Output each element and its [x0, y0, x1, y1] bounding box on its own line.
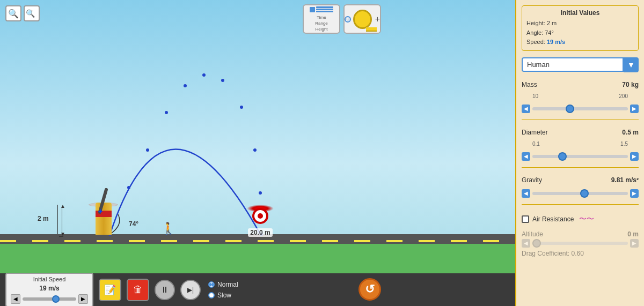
diameter-value: 0.5 m: [622, 129, 639, 136]
zoom-out-button[interactable]: 🔍 −: [5, 5, 21, 21]
svg-point-4: [184, 84, 187, 87]
diameter-slider-thumb[interactable]: [558, 152, 567, 161]
gravity-value: 9.81 m/s²: [611, 176, 639, 184]
altitude-slider-row: ◀ ▶: [522, 239, 639, 248]
tape-measure-button[interactable]: ⊕ +: [343, 4, 381, 34]
mass-slider-row: ◀ ▶: [522, 105, 639, 113]
gravity-slider-thumb[interactable]: [580, 189, 589, 198]
gravity-decrease-button[interactable]: ◀: [522, 189, 530, 198]
divider-3: [522, 204, 639, 205]
bottom-control-bar: Initial Speed 19 m/s ◀ ▶ 📝 🗑 ⏸ ▶|: [0, 273, 515, 306]
svg-point-5: [202, 73, 206, 77]
right-panel: Initial Values Height: 2 m Angle: 74° Sp…: [515, 0, 644, 306]
initial-speed-control: Initial Speed 19 m/s ◀ ▶: [5, 273, 93, 307]
speed-value: 19 m/s: [11, 285, 88, 292]
drag-coefficient-row: Drag Coefficient: 0.60: [522, 250, 639, 257]
gravity-slider-row: ◀ ▶: [522, 189, 639, 198]
slow-speed-option[interactable]: Slow: [208, 292, 238, 299]
slow-speed-label: Slow: [217, 292, 231, 299]
ground: [0, 241, 515, 273]
pause-icon: ⏸: [160, 285, 169, 295]
simulation-area: ▲ ▼ 2 m 74° + 🚶: [0, 0, 515, 273]
altitude-increase-button: ▶: [630, 239, 639, 248]
projectile-type-dropdown[interactable]: Human ▼: [522, 57, 639, 72]
svg-point-7: [240, 106, 243, 109]
person-figure: 🚶: [161, 222, 175, 236]
normal-radio-button[interactable]: [208, 281, 215, 288]
altitude-param-row: Altitude 0 m: [522, 230, 639, 238]
landing-marker: 20.0 m: [247, 205, 274, 237]
road-dashes: [0, 240, 515, 242]
step-icon: ▶|: [187, 286, 194, 294]
altitude-decrease-button: ◀: [522, 239, 530, 248]
diameter-range: 0.1 1.5: [522, 141, 639, 147]
data-table-button[interactable]: Time Range Height: [303, 4, 340, 34]
diameter-param-row: Diameter 0.5 m: [522, 129, 639, 136]
altitude-value: 0 m: [627, 230, 639, 238]
normal-speed-option[interactable]: Normal: [208, 281, 238, 288]
speed-mode-controls: Normal Slow: [208, 281, 238, 299]
divider-1: [522, 120, 639, 120]
zoom-in-button[interactable]: 🔍+: [24, 5, 40, 21]
diameter-increase-button[interactable]: ▶: [630, 152, 639, 161]
air-resistance-icon: 〜〜: [579, 214, 594, 224]
speed-label: Initial Speed: [11, 276, 88, 282]
launcher: +: [89, 203, 118, 237]
zoom-controls: 🔍 − 🔍+: [5, 5, 40, 21]
diameter-decrease-button[interactable]: ◀: [522, 152, 530, 161]
gravity-increase-button[interactable]: ▶: [630, 189, 639, 198]
refresh-button[interactable]: ↺: [358, 278, 381, 301]
altitude-slider-track: [532, 242, 628, 245]
height-label: 2 m: [38, 215, 49, 222]
svg-point-2: [146, 148, 149, 152]
mass-slider-track[interactable]: [532, 107, 628, 110]
app: ▲ ▼ 2 m 74° + 🚶: [0, 0, 644, 306]
svg-point-8: [253, 148, 257, 152]
diameter-slider-row: ◀ ▶: [522, 152, 639, 161]
speed-highlight: 19 m/s: [547, 39, 565, 45]
diameter-max: 1.5: [620, 141, 628, 147]
gravity-param-row: Gravity 9.81 m/s²: [522, 176, 639, 184]
type-dropdown-arrow[interactable]: ▼: [624, 57, 639, 72]
mass-value: 70 kg: [622, 81, 639, 88]
speed-slider-track[interactable]: [23, 297, 76, 301]
step-button[interactable]: ▶|: [180, 280, 201, 300]
svg-point-3: [165, 111, 168, 114]
air-resistance-checkbox[interactable]: [522, 215, 529, 223]
svg-point-9: [259, 191, 262, 195]
altitude-label: Altitude: [522, 230, 543, 238]
altitude-slider-thumb: [532, 239, 541, 248]
height-line: [62, 207, 62, 234]
gravity-slider-track[interactable]: [532, 192, 628, 195]
altitude-section: Altitude 0 m ◀ ▶ Drag Coefficient: 0.60: [522, 228, 639, 257]
speed-increase-button[interactable]: ▶: [78, 294, 88, 304]
pause-button[interactable]: ⏸: [155, 280, 175, 300]
height-vertical-line: [57, 205, 58, 234]
height-value-display: Height: 2 m: [526, 19, 634, 28]
speed-decrease-button[interactable]: ◀: [11, 294, 20, 304]
svg-point-1: [127, 186, 130, 189]
diameter-min: 0.1: [532, 141, 540, 147]
slow-radio-button[interactable]: [208, 292, 215, 298]
mass-decrease-button[interactable]: ◀: [522, 105, 530, 113]
angle-value-display: Angle: 74°: [526, 28, 634, 38]
speed-slider-thumb[interactable]: [52, 295, 60, 303]
initial-values-box: Initial Values Height: 2 m Angle: 74° Sp…: [522, 5, 639, 51]
refresh-icon: ↺: [365, 282, 375, 296]
speed-value-display: Speed: 19 m/s: [526, 38, 634, 47]
landing-distance-label: 20.0 m: [248, 228, 272, 237]
instrument-area: Time Range Height ⊕ +: [303, 4, 381, 34]
angle-label: 74°: [129, 220, 138, 228]
delete-button[interactable]: 🗑: [127, 279, 149, 301]
diameter-slider-track[interactable]: [532, 155, 628, 158]
type-select-field[interactable]: Human: [522, 57, 624, 72]
divider-2: [522, 167, 639, 168]
air-resistance-row: Air Resistance 〜〜: [522, 214, 639, 224]
mass-label: Mass: [522, 81, 537, 88]
gravity-label: Gravity: [522, 176, 542, 184]
mass-slider-thumb[interactable]: [566, 105, 574, 113]
air-resistance-label: Air Resistance: [532, 215, 574, 223]
eraser-button[interactable]: 📝: [99, 279, 121, 301]
mass-increase-button[interactable]: ▶: [630, 105, 639, 113]
mass-min: 10: [532, 93, 538, 99]
